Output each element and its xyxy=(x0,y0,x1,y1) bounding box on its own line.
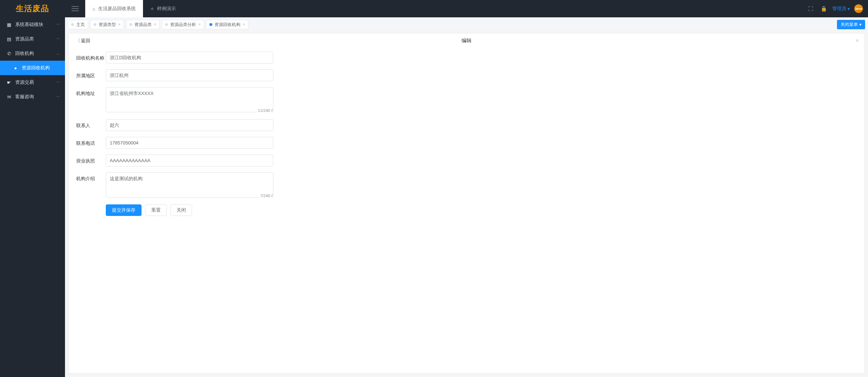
label-contact: 联系人 xyxy=(76,119,106,129)
avatar[interactable]: JAVA xyxy=(854,4,863,13)
chevron-up-icon: ︿ xyxy=(56,51,60,56)
phone-icon: ✆ xyxy=(6,51,12,56)
top-tab-label: 生活废品回收系统 xyxy=(98,5,136,12)
intro-char-count: 7/240 xyxy=(259,194,271,198)
caret-down-icon: ▾ xyxy=(859,22,862,27)
sidebar-item-category[interactable]: ▤ 资源品类 ﹀ xyxy=(0,32,65,46)
label-address: 机构地址 xyxy=(76,87,106,97)
card-title: 编辑 xyxy=(461,38,472,44)
tab-close-icon[interactable]: × xyxy=(243,22,245,27)
input-region[interactable] xyxy=(106,69,273,81)
tab-label: 资源品类分析 xyxy=(170,22,196,28)
lock-button[interactable]: 🔒 xyxy=(817,0,830,17)
sidebar-item-label: 客服咨询 xyxy=(15,94,34,100)
textarea-intro[interactable]: 这是测试的机构 xyxy=(106,172,273,198)
input-license[interactable] xyxy=(106,155,273,166)
home-icon: ⌂ xyxy=(92,6,95,12)
tab-dot-icon xyxy=(71,23,74,26)
apps-icon: ▤ xyxy=(6,36,12,42)
sidebar-item-label: 资源品类 xyxy=(15,36,34,42)
chevron-down-icon: ﹀ xyxy=(56,80,60,85)
tab-close-icon[interactable]: × xyxy=(198,22,201,27)
logo-text: 生活废品 xyxy=(16,3,49,14)
close-menu-label: 关闭菜单 xyxy=(841,22,858,28)
chevron-left-icon: 〈 xyxy=(75,38,80,44)
sidebar-item-trade[interactable]: ☛ 资源交易 ﹀ xyxy=(0,75,65,90)
close-menu-button[interactable]: 关闭菜单 ▾ xyxy=(837,20,865,29)
top-tab-label: 样例演示 xyxy=(157,5,176,12)
tab-dot-icon xyxy=(209,23,212,26)
sidebar-item-label: 资源交易 xyxy=(15,79,34,86)
tab-close-icon[interactable]: × xyxy=(118,22,121,27)
grid-icon: ▦ xyxy=(6,22,12,27)
sidebar-item-resource-recycle-org[interactable]: ● 资源回收机构 xyxy=(0,61,65,75)
edit-form: 回收机构名称 所属地区 机构地址 浙江省杭州市 xyxy=(69,48,864,220)
label-region: 所属地区 xyxy=(76,69,106,79)
fullscreen-icon: ⛶ xyxy=(808,6,813,12)
hamburger-icon xyxy=(71,6,79,11)
close-icon: × xyxy=(856,38,859,44)
reset-button[interactable]: 重置 xyxy=(145,204,167,216)
sidebar-item-service[interactable]: ✉ 客服咨询 ﹀ xyxy=(0,90,65,104)
chevron-down-icon: ﹀ xyxy=(56,36,60,42)
lock-icon: 🔒 xyxy=(821,6,827,12)
input-org-name[interactable] xyxy=(106,52,273,64)
user-name: 管理员 xyxy=(832,5,846,12)
logo: 生活废品 xyxy=(0,0,65,17)
card-close-button[interactable]: × xyxy=(856,38,859,44)
tab-label: 主页 xyxy=(76,22,85,28)
close-button[interactable]: 关闭 xyxy=(170,204,192,216)
tab-home[interactable]: 主页 xyxy=(68,20,88,29)
sidebar-item-label: 系统基础模块 xyxy=(15,21,43,28)
chevron-down-icon: ﹀ xyxy=(56,22,60,27)
label-org-name: 回收机构名称 xyxy=(76,52,106,61)
sidebar-menu: ▦ 系统基础模块 ﹀ ▤ 资源品类 ﹀ ✆ 回收机构 ︿ ● 资源回收机构 ☛ … xyxy=(0,17,65,104)
back-label: 返回 xyxy=(81,38,90,44)
top-tab-demo[interactable]: ✧ 样例演示 xyxy=(143,0,183,17)
textarea-address[interactable]: 浙江省杭州市XXXXX xyxy=(106,87,273,112)
header: ⌂ 生活废品回收系统 ✧ 样例演示 ⛶ 🔒 管理员 ▾ JAVA xyxy=(65,0,868,17)
hamburger-button[interactable] xyxy=(65,0,85,17)
sidebar-item-recycle-org[interactable]: ✆ 回收机构 ︿ xyxy=(0,46,65,61)
tab-resource-type[interactable]: 资源类型 × xyxy=(90,20,124,29)
tab-dot-icon xyxy=(129,23,132,26)
back-button[interactable]: 〈 返回 xyxy=(75,38,90,44)
submit-button[interactable]: 提交并保存 xyxy=(106,204,142,216)
label-phone: 联系电话 xyxy=(76,137,106,147)
top-tab-system[interactable]: ⌂ 生活废品回收系统 xyxy=(85,0,143,17)
tab-dot-icon xyxy=(94,23,96,26)
sidebar-item-label: 资源回收机构 xyxy=(22,65,50,71)
chevron-down-icon: ﹀ xyxy=(56,94,60,100)
user-menu[interactable]: 管理员 ▾ xyxy=(832,5,850,12)
card-header: 〈 返回 编辑 × xyxy=(69,34,864,48)
tab-recycle-org[interactable]: 资源回收机构 × xyxy=(206,20,248,29)
dot-icon: ● xyxy=(13,65,18,70)
edit-card: 〈 返回 编辑 × 回收机构名称 xyxy=(69,33,864,373)
sparkle-icon: ✧ xyxy=(150,6,154,12)
sidebar: 生活废品 ▦ 系统基础模块 ﹀ ▤ 资源品类 ﹀ ✆ 回收机构 ︿ ● 资源回收… xyxy=(0,0,65,377)
address-char-count: 11/240 xyxy=(257,108,271,113)
tab-resource-category[interactable]: 资源品类 × xyxy=(126,20,160,29)
fullscreen-button[interactable]: ⛶ xyxy=(804,0,817,17)
tab-dot-icon xyxy=(165,23,168,26)
hand-icon: ☛ xyxy=(6,80,12,85)
tab-label: 资源回收机构 xyxy=(214,22,240,28)
label-intro: 机构介绍 xyxy=(76,172,106,182)
tab-close-icon[interactable]: × xyxy=(154,22,156,27)
input-phone[interactable] xyxy=(106,137,273,149)
chat-icon: ✉ xyxy=(6,94,12,99)
tab-label: 资源类型 xyxy=(99,22,116,28)
input-contact[interactable] xyxy=(106,119,273,131)
sidebar-item-label: 回收机构 xyxy=(15,50,34,57)
avatar-text: JAVA xyxy=(855,7,862,10)
content-area: 〈 返回 编辑 × 回收机构名称 xyxy=(65,30,868,377)
tab-label: 资源品类 xyxy=(134,22,152,28)
page-tabs: 主页 资源类型 × 资源品类 × 资源品类分析 × 资源回收机构 × xyxy=(65,17,868,30)
sidebar-item-system[interactable]: ▦ 系统基础模块 ﹀ xyxy=(0,17,65,32)
tab-resource-analysis[interactable]: 资源品类分析 × xyxy=(162,20,204,29)
label-license: 营业执照 xyxy=(76,155,106,164)
caret-down-icon: ▾ xyxy=(847,6,850,12)
